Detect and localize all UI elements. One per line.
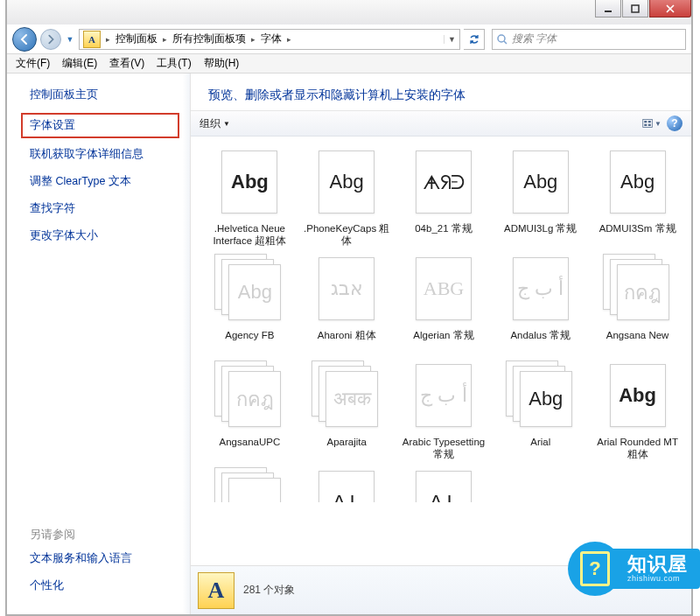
chevron-down-icon: ▼ [223,120,230,128]
font-preview-icon: Abg [310,145,383,219]
search-icon [496,33,508,46]
search-input[interactable]: 搜索 字体 [492,29,686,50]
font-label: Andalus 常规 [510,329,570,355]
font-preview-icon: Abg [504,359,578,432]
chevron-right-icon: ▸ [104,35,112,44]
sidebar-see-also-personalize[interactable]: 个性化 [30,578,179,593]
maximize-button[interactable] [622,0,648,18]
font-item[interactable]: אבגAharoni 粗体 [298,252,396,355]
sidebar-see-also-text-services[interactable]: 文本服务和输入语言 [30,551,179,566]
font-label: Arial Rounded MT 粗体 [594,436,682,462]
font-item[interactable]: Abg.Helvetica Neue Interface 超粗体 [201,145,298,248]
see-also-header: 另请参阅 [30,528,179,542]
font-item[interactable]: AbgADMUI3Sm 常规 [589,145,686,248]
sidebar-home-link[interactable]: 控制面板主页 [30,88,179,102]
back-button[interactable] [12,27,37,52]
close-button[interactable] [649,0,691,18]
font-item[interactable]: AbgArial [492,359,589,462]
minimize-button[interactable] [595,0,621,18]
breadcrumb-item[interactable]: 控制面板 [112,32,161,46]
sidebar: 控制面板主页 字体设置 联机获取字体详细信息 调整 ClearType 文本 查… [7,74,191,614]
toolbar: 组织 ▼ ▼ ? [191,110,691,136]
menu-help[interactable]: 帮助(H) [199,54,245,73]
folder-fonts-icon: A [198,572,234,609]
font-preview-icon: अबक [310,359,383,432]
svg-rect-3 [643,119,653,127]
svg-point-2 [498,35,505,42]
font-item[interactable]: A L [396,466,493,506]
refresh-button[interactable] [464,29,485,50]
search-placeholder: 搜索 字体 [512,32,556,46]
chevron-right-icon: ▸ [285,35,293,44]
font-preview-icon: Abg [601,359,675,432]
font-preview-icon: Abg [213,145,286,219]
font-item[interactable]: กคฎAngsanaUPC [201,359,298,462]
font-preview-icon: กคฎ [601,252,675,326]
font-label: ADMUI3Lg 常规 [504,222,577,248]
svg-rect-0 [605,10,612,12]
nav-history-dropdown[interactable]: ▼ [65,35,75,44]
address-bar[interactable]: A ▸ 控制面板 ▸ 所有控制面板项 ▸ 字体 ▸ ▼ [79,29,460,50]
font-label: Aparajita [327,436,367,462]
font-preview-icon: A L [310,466,383,502]
font-preview-icon: أ ب ج [504,252,578,326]
font-item[interactable]: ᗗᖆᕭ04b_21 常规 [396,145,493,248]
window-titlebar [7,0,691,24]
font-preview-icon: ABG [407,252,480,326]
svg-rect-6 [644,124,647,126]
font-item[interactable]: AbgADMUI3Lg 常规 [492,145,589,248]
sidebar-link-cleartype[interactable]: 调整 ClearType 文本 [30,174,179,189]
sidebar-link-find-char[interactable]: 查找字符 [30,201,179,216]
view-options-button[interactable]: ▼ [642,114,662,133]
svg-rect-1 [632,5,639,12]
font-label: ADMUI3Sm 常规 [599,222,676,248]
breadcrumb-item[interactable]: 字体 [257,32,285,46]
font-item[interactable]: अबकAparajita [298,359,396,462]
font-label: 04b_21 常规 [415,222,472,248]
font-item[interactable]: أ ب جArabic Typesetting 常规 [396,359,493,462]
font-label: Aharoni 粗体 [318,329,376,355]
font-preview-icon: กคฎ [213,359,286,432]
help-button[interactable]: ? [667,116,682,131]
sidebar-link-font-settings[interactable]: 字体设置 [21,113,179,138]
sidebar-link-online-info[interactable]: 联机获取字体详细信息 [30,147,179,162]
svg-rect-4 [644,121,647,122]
navigation-bar: ▼ A ▸ 控制面板 ▸ 所有控制面板项 ▸ 字体 ▸ ▼ 搜索 字体 [7,24,691,54]
chevron-right-icon: ▸ [249,35,257,44]
badge-subtitle: zhishiwu.com [627,575,688,584]
svg-rect-7 [648,124,651,126]
font-item[interactable]: ABGAlgerian 常规 [396,252,493,355]
font-label: AngsanaUPC [220,436,281,462]
watermark-badge: ? 知识屋 zhishiwu.com [568,541,700,597]
menu-edit[interactable]: 编辑(E) [57,54,102,73]
font-item[interactable]: กคฎAngsana New [589,252,686,355]
menu-view[interactable]: 查看(V) [104,54,150,73]
font-item[interactable]: Abg.PhoneKeyCaps 粗体 [298,145,396,248]
font-label: .PhoneKeyCaps 粗体 [303,222,390,248]
font-label: Arial [530,436,550,462]
font-item[interactable]: أ ب جAndalus 常规 [492,252,589,355]
folder-fonts-icon: A [83,31,101,48]
font-item[interactable] [201,466,298,506]
menu-file[interactable]: 文件(F) [10,54,55,73]
font-preview-icon: أ ب ج [407,359,480,432]
svg-rect-5 [648,121,651,122]
font-label: Agency FB [225,329,274,355]
sidebar-link-font-size[interactable]: 更改字体大小 [30,228,179,243]
font-item[interactable]: AbgAgency FB [201,252,298,355]
address-dropdown[interactable]: ▼ [444,35,459,44]
organize-button[interactable]: 组织 ▼ [200,116,230,131]
font-item[interactable]: AbgArial Rounded MT 粗体 [589,359,686,462]
font-item[interactable]: A L [298,466,396,506]
font-preview-icon: Abg [601,145,675,219]
menu-tools[interactable]: 工具(T) [151,54,196,73]
question-icon: ? [580,551,610,586]
font-preview-icon: ᗗᖆᕭ [407,145,480,219]
font-preview-icon: אבג [310,252,383,326]
chevron-right-icon: ▸ [161,35,169,44]
forward-button[interactable] [40,29,61,50]
breadcrumb-item[interactable]: 所有控制面板项 [169,32,249,46]
font-preview-icon: Abg [213,252,286,326]
font-grid: Abg.Helvetica Neue Interface 超粗体Abg.Phon… [191,136,691,506]
organize-label: 组织 [200,116,220,131]
